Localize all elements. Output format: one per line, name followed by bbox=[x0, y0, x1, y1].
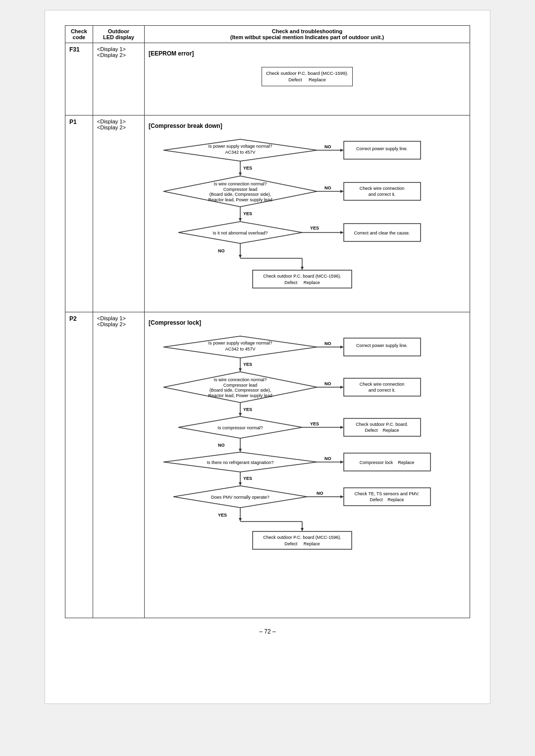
display-p1: <Display 1> <Display 2> bbox=[97, 118, 126, 130]
svg-text:Is power supply voltage normal: Is power supply voltage normal? bbox=[208, 144, 272, 149]
cell-code-f31: F31 bbox=[65, 43, 93, 116]
svg-text:YES: YES bbox=[310, 421, 319, 426]
display-p2: <Display 1> <Display 2> bbox=[97, 315, 126, 327]
col-check-header: Check code bbox=[65, 26, 93, 43]
code-f31: F31 bbox=[69, 46, 80, 53]
flowchart-f31: [EEPROM error] Check outdoor P.C. board … bbox=[149, 46, 466, 112]
svg-text:YES: YES bbox=[243, 211, 252, 216]
svg-text:YES: YES bbox=[310, 226, 319, 231]
cell-code-p2: P2 bbox=[65, 312, 93, 618]
svg-text:NO: NO bbox=[324, 341, 331, 346]
page-number: – 72 – bbox=[65, 628, 470, 635]
svg-marker-64 bbox=[239, 413, 242, 416]
svg-text:NO: NO bbox=[317, 491, 323, 496]
svg-text:AC342 to 457V: AC342 to 457V bbox=[225, 347, 255, 351]
svg-text:NO: NO bbox=[324, 456, 331, 461]
svg-text:NO: NO bbox=[324, 185, 331, 190]
svg-text:YES: YES bbox=[218, 513, 227, 518]
svg-text:Is power supply voltage normal: Is power supply voltage normal? bbox=[208, 341, 272, 346]
svg-text:Is there no refrigerant stagna: Is there no refrigerant stagnation? bbox=[207, 460, 273, 465]
svg-text:Is compressor normal?: Is compressor normal? bbox=[217, 425, 263, 430]
table-row-f31: F31 <Display 1> <Display 2> [EEPROM erro… bbox=[65, 43, 470, 116]
trouble-header-line1: Check and troubleshooting bbox=[272, 28, 342, 34]
svg-text:Compressor lead: Compressor lead bbox=[223, 383, 258, 388]
svg-text:YES: YES bbox=[243, 476, 252, 481]
svg-text:Reactor lead, Power supply lea: Reactor lead, Power supply lead bbox=[208, 393, 272, 398]
svg-text:Defect     Replace: Defect Replace bbox=[284, 280, 320, 285]
svg-text:Defect    Replace: Defect Replace bbox=[370, 497, 404, 502]
svg-text:and correct it.: and correct it. bbox=[369, 192, 396, 197]
display-f31: <Display 1> <Display 2> bbox=[97, 46, 126, 58]
svg-text:YES: YES bbox=[243, 362, 252, 367]
svg-text:Check outdoor P.C. board (MCC-: Check outdoor P.C. board (MCC-1596). bbox=[263, 274, 341, 279]
svg-text:NO: NO bbox=[324, 381, 331, 386]
cell-display-p1: <Display 1> <Display 2> bbox=[93, 115, 144, 312]
title-p2: [Compressor lock] bbox=[149, 319, 466, 326]
svg-text:Is wire connection normal?: Is wire connection normal? bbox=[214, 377, 267, 382]
svg-text:YES: YES bbox=[243, 407, 252, 412]
svg-marker-85 bbox=[239, 482, 242, 486]
svg-text:Check wire connection: Check wire connection bbox=[360, 186, 405, 191]
svg-marker-58 bbox=[340, 386, 344, 389]
svg-text:YES: YES bbox=[243, 166, 252, 171]
svg-rect-60 bbox=[344, 378, 421, 396]
svg-text:NO: NO bbox=[218, 443, 225, 448]
svg-rect-101 bbox=[253, 531, 352, 549]
cell-code-p1: P1 bbox=[65, 115, 93, 312]
svg-text:(Board side, Compressor side),: (Board side, Compressor side), bbox=[210, 388, 271, 393]
svg-rect-71 bbox=[344, 418, 421, 436]
svg-text:Does PMV normally operate?: Does PMV normally operate? bbox=[211, 495, 269, 500]
svg-marker-9 bbox=[239, 173, 242, 176]
title-f31: [EEPROM error] bbox=[149, 50, 466, 57]
flow-svg-p1: Is power supply voltage normal? AC342 to… bbox=[149, 134, 456, 303]
eeprom-box: Check outdoor P.C. board (MCC-1599).Defe… bbox=[262, 67, 353, 86]
code-p2: P2 bbox=[69, 315, 77, 322]
table-header-row: Check code OutdoorLED display Check and … bbox=[65, 26, 470, 43]
svg-text:Check outdoor P.C. board (MCC-: Check outdoor P.C. board (MCC-1596). bbox=[263, 535, 341, 540]
svg-marker-4 bbox=[340, 149, 344, 152]
page: Check code OutdoorLED display Check and … bbox=[45, 10, 490, 704]
title-p1: [Compressor break down] bbox=[149, 122, 466, 129]
svg-marker-90 bbox=[340, 495, 344, 498]
svg-marker-100 bbox=[301, 528, 304, 531]
svg-text:Check wire connection: Check wire connection bbox=[360, 382, 405, 387]
flowchart-p1: [Compressor break down] Is power supply … bbox=[149, 118, 466, 309]
table-row-p2: P2 <Display 1> <Display 2> [Compressor l… bbox=[65, 312, 470, 618]
svg-marker-28 bbox=[340, 231, 344, 234]
svg-marker-96 bbox=[239, 518, 242, 522]
check-header-label: Check code bbox=[71, 28, 87, 40]
svg-marker-80 bbox=[340, 461, 344, 464]
svg-marker-23 bbox=[239, 218, 242, 222]
cell-flow-p2: [Compressor lock] Is power supply voltag… bbox=[145, 312, 470, 618]
svg-rect-19 bbox=[344, 182, 421, 200]
svg-marker-69 bbox=[340, 426, 344, 429]
svg-marker-37 bbox=[301, 267, 304, 270]
led-header-label: OutdoorLED display bbox=[103, 28, 134, 40]
svg-text:Correct and clear the cause.: Correct and clear the cause. bbox=[354, 231, 410, 235]
svg-text:Is it not abnormal overload?: Is it not abnormal overload? bbox=[213, 231, 268, 235]
trouble-header-line2: (Item witbut special mention Indicates p… bbox=[230, 34, 384, 40]
svg-marker-50 bbox=[239, 368, 242, 372]
svg-text:(Board side, Compressor side),: (Board side, Compressor side), bbox=[210, 192, 271, 197]
svg-text:Correct power supply line.: Correct power supply line. bbox=[356, 343, 408, 348]
cell-flow-p1: [Compressor break down] Is power supply … bbox=[145, 115, 470, 312]
main-table: Check code OutdoorLED display Check and … bbox=[65, 25, 470, 618]
svg-text:Correct power supply line.: Correct power supply line. bbox=[356, 146, 408, 151]
svg-text:Defect     Replace: Defect Replace bbox=[284, 541, 320, 546]
svg-text:AC342 to 457V: AC342 to 457V bbox=[225, 150, 255, 155]
col-led-header: OutdoorLED display bbox=[93, 26, 144, 43]
svg-text:Compressor lead: Compressor lead bbox=[223, 187, 258, 192]
table-row-p1: P1 <Display 1> <Display 2> [Compressor b… bbox=[65, 115, 470, 312]
cell-display-p2: <Display 1> <Display 2> bbox=[93, 312, 144, 618]
code-p1: P1 bbox=[69, 118, 77, 125]
svg-rect-92 bbox=[344, 488, 430, 506]
flowchart-p2: [Compressor lock] Is power supply voltag… bbox=[149, 315, 466, 615]
svg-text:and correct it.: and correct it. bbox=[369, 388, 396, 393]
svg-marker-45 bbox=[340, 346, 344, 349]
cell-flow-f31: [EEPROM error] Check outdoor P.C. board … bbox=[145, 43, 470, 116]
svg-marker-17 bbox=[340, 190, 344, 193]
eeprom-flow: Check outdoor P.C. board (MCC-1599).Defe… bbox=[149, 67, 466, 86]
svg-text:Reactor lead, Power supply lea: Reactor lead, Power supply lead bbox=[208, 197, 272, 202]
svg-text:Compressor lock    Replace: Compressor lock Replace bbox=[360, 460, 415, 465]
svg-text:NO: NO bbox=[218, 248, 225, 253]
